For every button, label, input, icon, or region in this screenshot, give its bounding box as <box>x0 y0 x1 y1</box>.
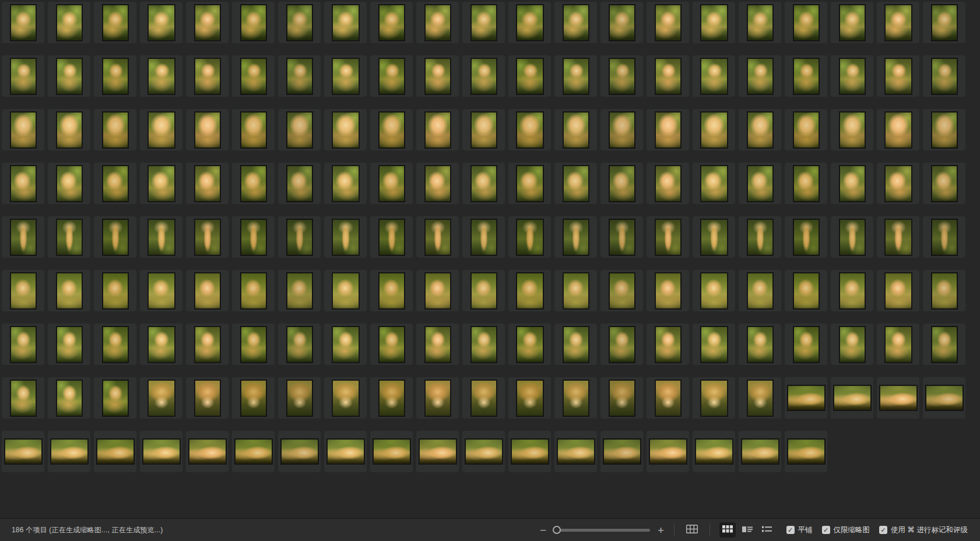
thumbnail-cell[interactable] <box>739 377 781 419</box>
thumbnail-cell[interactable] <box>647 109 689 150</box>
thumbnail-cell[interactable] <box>370 2 413 43</box>
thumbnail-cell[interactable] <box>923 2 965 43</box>
view-list-button[interactable] <box>759 522 775 538</box>
thumbnail-cell[interactable] <box>94 377 136 419</box>
slider-knob-icon[interactable] <box>553 526 561 534</box>
thumbnail-cell[interactable] <box>2 216 44 258</box>
thumbnail-cell[interactable] <box>647 431 689 472</box>
thumbnail-cell[interactable] <box>554 163 597 204</box>
thumbnail-cell[interactable] <box>831 109 873 150</box>
thumbnail-cell[interactable] <box>508 270 551 311</box>
thumbnail-cell[interactable] <box>186 324 229 365</box>
thumbnail-cell[interactable] <box>232 216 275 258</box>
thumbnail-cell[interactable] <box>785 431 827 472</box>
thumbnail-cell[interactable] <box>94 324 136 365</box>
thumbnail-cell[interactable] <box>462 324 505 365</box>
thumbnail-cell[interactable] <box>186 377 229 419</box>
thumbnail-cell[interactable] <box>186 55 229 97</box>
option-cmd-rating[interactable]: ✓ 使用 ⌘ 进行标记和评级 <box>879 525 968 535</box>
thumbnail-cell[interactable] <box>2 377 44 419</box>
thumbnail-cell[interactable] <box>140 109 182 150</box>
thumbnail-cell[interactable] <box>877 377 919 419</box>
thumbnail-cell[interactable] <box>232 431 275 472</box>
thumbnail-cell[interactable] <box>554 2 597 43</box>
thumbnail-cell[interactable] <box>462 216 505 258</box>
thumbnail-cell[interactable] <box>94 216 136 258</box>
thumbnail-cell[interactable] <box>831 55 873 97</box>
checkbox-checked-icon[interactable]: ✓ <box>786 526 795 534</box>
thumbnail-cell[interactable] <box>370 431 413 472</box>
thumbnail-cell[interactable] <box>600 270 643 311</box>
thumbnail-cell[interactable] <box>508 377 551 419</box>
thumbnail-cell[interactable] <box>554 324 597 365</box>
thumbnail-cell[interactable] <box>48 163 90 204</box>
thumbnail-cell[interactable] <box>370 109 413 150</box>
thumbnail-cell[interactable] <box>647 324 689 365</box>
thumbnail-cell[interactable] <box>554 109 597 150</box>
thumbnail-cell[interactable] <box>877 163 919 204</box>
thumbnail-cell[interactable] <box>508 163 551 204</box>
thumbnail-cell[interactable] <box>278 431 321 472</box>
thumbnail-cell[interactable] <box>186 109 229 150</box>
thumbnail-cell[interactable] <box>600 55 643 97</box>
thumbnail-cell[interactable] <box>508 109 551 150</box>
thumbnail-cell[interactable] <box>48 216 90 258</box>
thumbnail-cell[interactable] <box>693 270 735 311</box>
thumbnail-cell[interactable] <box>785 270 827 311</box>
thumbnail-cell[interactable] <box>693 216 735 258</box>
thumbnail-cell[interactable] <box>785 216 827 258</box>
thumbnail-cell[interactable] <box>416 2 459 43</box>
thumbnail-cell[interactable] <box>140 324 182 365</box>
thumbnail-cell[interactable] <box>2 163 44 204</box>
thumbnail-cell[interactable] <box>462 431 505 472</box>
thumbnail-cell[interactable] <box>278 216 321 258</box>
thumbnail-cell[interactable] <box>94 163 136 204</box>
thumbnail-cell[interactable] <box>94 431 136 472</box>
thumbnail-cell[interactable] <box>739 55 781 97</box>
thumbnail-cell[interactable] <box>94 270 136 311</box>
thumbnail-cell[interactable] <box>462 2 505 43</box>
thumbnail-cell[interactable] <box>278 55 321 97</box>
thumbnail-cell[interactable] <box>416 163 459 204</box>
thumbnail-cell[interactable] <box>923 55 965 97</box>
thumbnail-cell[interactable] <box>416 216 459 258</box>
thumbnail-cell[interactable] <box>877 324 919 365</box>
thumbnail-cell[interactable] <box>508 216 551 258</box>
thumbnail-cell[interactable] <box>140 55 182 97</box>
thumbnail-cell[interactable] <box>232 270 275 311</box>
thumbnail-cell[interactable] <box>324 55 367 97</box>
thumbnail-cell[interactable] <box>785 109 827 150</box>
thumbnail-cell[interactable] <box>370 163 413 204</box>
thumbnail-cell[interactable] <box>2 431 44 472</box>
thumbnail-cell[interactable] <box>923 324 965 365</box>
thumbnail-cell[interactable] <box>278 270 321 311</box>
thumbnail-cell[interactable] <box>739 163 781 204</box>
thumbnail-cell[interactable] <box>186 270 229 311</box>
thumbnail-cell[interactable] <box>462 109 505 150</box>
thumbnail-cell[interactable] <box>923 377 965 419</box>
thumbnail-cell[interactable] <box>877 55 919 97</box>
thumbnail-cell[interactable] <box>554 377 597 419</box>
thumbnail-cell[interactable] <box>232 109 275 150</box>
thumbnail-cell[interactable] <box>2 270 44 311</box>
thumbnail-cell[interactable] <box>48 324 90 365</box>
thumbnail-cell[interactable] <box>186 163 229 204</box>
thumbnail-cell[interactable] <box>785 163 827 204</box>
thumbnail-cell[interactable] <box>48 377 90 419</box>
thumbnail-cell[interactable] <box>370 270 413 311</box>
thumbnail-cell[interactable] <box>693 109 735 150</box>
thumbnail-cell[interactable] <box>831 163 873 204</box>
thumbnail-cell[interactable] <box>693 2 735 43</box>
thumbnail-cell[interactable] <box>600 431 643 472</box>
thumbnail-cell[interactable] <box>278 109 321 150</box>
thumbnail-cell[interactable] <box>186 431 229 472</box>
thumbnail-cell[interactable] <box>140 216 182 258</box>
thumbnail-cell[interactable] <box>647 2 689 43</box>
thumbnail-cell[interactable] <box>416 431 459 472</box>
thumbnail-cell[interactable] <box>416 270 459 311</box>
thumbnail-cell[interactable] <box>324 2 367 43</box>
thumbnail-cell[interactable] <box>416 324 459 365</box>
thumbnail-cell[interactable] <box>48 431 90 472</box>
thumbnail-cell[interactable] <box>278 163 321 204</box>
thumbnail-cell[interactable] <box>785 2 827 43</box>
